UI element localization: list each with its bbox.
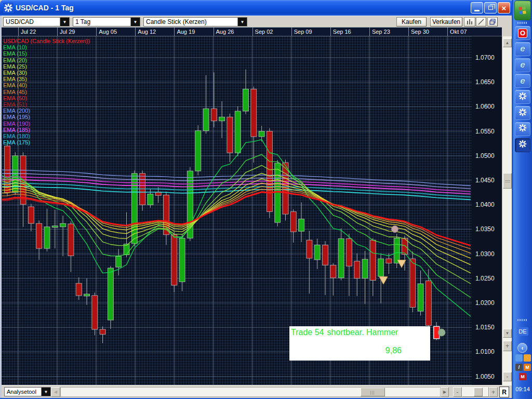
opera-taskbar-button[interactable]: O [515,26,530,40]
period-combo[interactable]: 1 Tag ▼ [73,17,140,26]
candle[interactable] [386,259,392,263]
zoom-range-thumb[interactable] [474,388,483,396]
chevron-down-icon[interactable]: ▼ [41,388,50,396]
candle[interactable] [362,259,368,278]
candle[interactable] [84,294,90,296]
ie-taskbar-button[interactable]: e [515,58,530,72]
candle[interactable] [378,259,384,276]
scroll-up-icon[interactable]: ▲ [503,38,512,47]
candle[interactable] [323,245,328,265]
candle[interactable] [100,329,105,334]
candle[interactable] [108,268,113,320]
candle[interactable] [92,296,98,329]
triangle-down-marker[interactable] [379,277,388,284]
zoom-out-button[interactable]: - [503,372,512,381]
trading-app-taskbar-button[interactable] [515,122,530,136]
candle[interactable] [195,131,201,171]
candle[interactable] [267,131,272,212]
candle[interactable] [68,224,74,256]
m-orange-icon[interactable]: M [524,364,531,371]
candle[interactable] [418,284,423,311]
candle[interactable] [290,211,296,232]
horizontal-scroll-thumb[interactable] [361,388,385,396]
chevron-down-icon[interactable]: ▼ [237,18,247,26]
candle[interactable] [5,146,10,193]
candle[interactable] [370,240,376,280]
cascade-windows-icon[interactable] [487,17,498,26]
sell-button[interactable]: Verkaufen [430,17,462,26]
candle[interactable] [179,238,185,282]
candle[interactable] [299,219,304,232]
candle[interactable] [227,117,233,153]
start-button[interactable] [514,1,531,20]
chevron-down-icon[interactable]: ▼ [130,18,140,26]
candle[interactable] [346,238,352,266]
charttype-combo-value: Candle Stick (Kerzen) [144,18,237,25]
trading-app-taskbar-button[interactable] [515,106,530,120]
horizontal-scrollbar[interactable] [60,387,441,397]
language-indicator[interactable]: DE [517,327,528,336]
buy-button[interactable]: Kaufen [396,17,427,26]
line-tool-icon[interactable] [476,17,486,26]
dot-marker[interactable] [438,329,445,336]
scroll-down-icon[interactable]: ▼ [503,329,512,338]
candle[interactable] [243,89,249,111]
charttype-combo[interactable]: Candle Stick (Kerzen) ▼ [143,17,247,26]
network-icon[interactable] [515,354,523,362]
tray-chevron-icon[interactable]: ‹ [517,343,527,353]
bars-tool-icon[interactable] [464,17,475,26]
hzoom-out-button[interactable]: - [453,387,462,397]
candle[interactable] [394,238,400,263]
reset-button[interactable]: R [499,387,509,397]
legend-item: EMA (195) [3,114,90,120]
shield-icon[interactable]: M [519,373,526,380]
candle[interactable] [44,227,50,249]
restore-button[interactable] [484,2,497,14]
candle[interactable] [203,109,209,130]
candle[interactable] [307,240,312,258]
candle[interactable] [235,111,241,153]
candle[interactable] [36,223,42,248]
vertical-scrollbar[interactable]: ▲ ▼ + - [502,36,512,385]
candle[interactable] [275,163,281,222]
dot-marker[interactable] [392,226,398,233]
candle[interactable] [251,89,257,137]
title-bar[interactable]: USD/CAD - 1 Tag × [0,0,513,16]
candle[interactable] [171,235,177,285]
candle[interactable] [76,283,82,296]
candle[interactable] [338,238,344,278]
candle[interactable] [410,259,416,307]
candle[interactable] [259,131,264,137]
analysetool-combo[interactable]: Analysetool ▼ [4,387,51,396]
zoom-range-track[interactable] [462,387,489,397]
zoom-in-button[interactable]: + [503,341,512,351]
candle[interactable] [354,261,360,278]
candle[interactable] [148,194,153,205]
candle[interactable] [219,117,225,121]
hscroll-left-icon[interactable]: ◀ [51,387,60,397]
ie-taskbar-button[interactable]: e [515,42,530,56]
candle[interactable] [314,245,320,260]
minimize-button[interactable] [471,2,483,14]
candle[interactable] [60,223,66,227]
price-label: 1.0600 [475,103,495,110]
hscroll-right-icon[interactable]: ▶ [441,387,449,397]
opera-icon: O [518,29,527,38]
candle[interactable] [211,109,217,121]
close-button[interactable]: × [498,2,510,14]
symbol-combo[interactable]: USD/CAD ▼ [3,17,70,26]
candle[interactable] [28,207,34,223]
trading-app-taskbar-button[interactable] [515,90,530,104]
candle[interactable] [116,256,122,267]
candle[interactable] [52,226,58,228]
mail-icon[interactable] [524,354,531,362]
pen-icon[interactable]: / [515,364,523,371]
candle[interactable] [330,265,336,278]
chevron-down-icon[interactable]: ▼ [60,18,69,26]
trading-app-taskbar-button[interactable] [515,138,530,152]
candle[interactable] [425,281,431,326]
vertical-scroll-thumb[interactable] [503,173,512,189]
date-label: Jul 22 [21,29,36,35]
hzoom-in-button[interactable]: + [489,387,498,397]
ie-taskbar-button[interactable]: e [515,74,530,88]
